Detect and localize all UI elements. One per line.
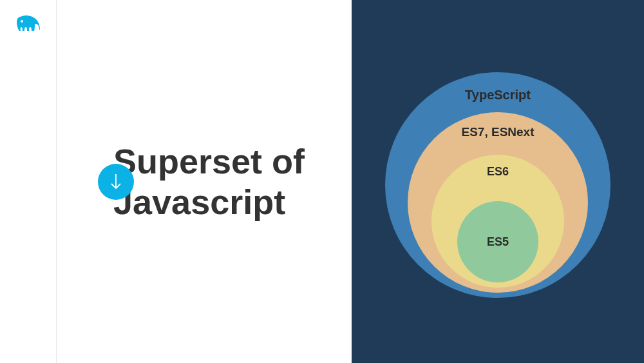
ring-label-es7-esnext: ES7, ESNext bbox=[408, 125, 588, 139]
diagram-panel: TypeScript ES7, ESNext ES6 ES5 bbox=[352, 0, 644, 363]
elephant-logo bbox=[17, 14, 40, 34]
slide: Superset ofJavascript TypeScript ES7, ES… bbox=[0, 0, 644, 363]
slide-title: Superset ofJavascript bbox=[113, 141, 305, 221]
title-panel: Superset ofJavascript bbox=[57, 0, 352, 363]
ring-es5: ES5 bbox=[457, 201, 538, 282]
sidebar bbox=[0, 0, 57, 363]
arrow-down-icon bbox=[98, 164, 134, 200]
ring-label-es6: ES6 bbox=[431, 165, 564, 179]
ring-label-es5: ES5 bbox=[457, 235, 538, 249]
ring-label-typescript: TypeScript bbox=[385, 88, 611, 103]
